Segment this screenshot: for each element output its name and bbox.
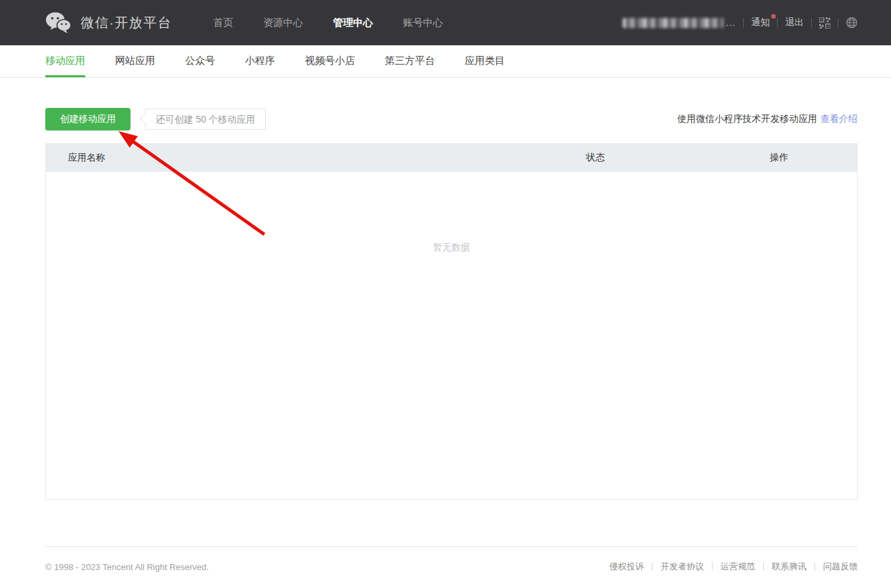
divider (777, 18, 778, 27)
account-name-blurred[interactable] (623, 18, 724, 28)
footer-link-feedback[interactable]: 问题反馈 (823, 561, 858, 573)
footer-link-infringement[interactable]: 侵权投诉 (609, 561, 644, 573)
table-body: 暂无数据 (45, 172, 858, 500)
main-nav: 首页 资源中心 管理中心 账号中心 (213, 17, 473, 29)
column-header-app-name: 应用名称 (45, 152, 586, 164)
brand-title: 微信·开放平台 (81, 14, 172, 32)
tab-channels-shop[interactable]: 视频号小店 (305, 45, 355, 77)
divider (712, 563, 713, 571)
footer-link-operation-rules[interactable]: 运营规范 (721, 561, 755, 573)
promo-text: 使用微信小程序技术开发移动应用查看介绍 (677, 113, 858, 125)
table-header-row: 应用名称 状态 操作 (45, 143, 858, 172)
column-header-action: 操作 (770, 152, 858, 164)
tab-app-category[interactable]: 应用类目 (465, 45, 505, 77)
account-name-ellipsis: ... (726, 17, 736, 28)
notification-dot (771, 14, 776, 19)
logout-link[interactable]: 退出 (785, 17, 804, 29)
nav-item-management[interactable]: 管理中心 (333, 17, 373, 29)
brand[interactable]: 微信·开放平台 (45, 11, 172, 34)
nav-item-account[interactable]: 账号中心 (403, 17, 443, 29)
toolbar: 创建移动应用 还可创建 50 个移动应用 使用微信小程序技术开发移动应用查看介绍 (45, 108, 858, 131)
nav-item-home[interactable]: 首页 (213, 17, 233, 29)
divider (838, 18, 838, 27)
notifications-link[interactable]: 通知 (751, 17, 770, 29)
quota-remaining-tip: 还可创建 50 个移动应用 (145, 109, 266, 130)
wechat-logo-icon (45, 11, 72, 34)
app-table: 应用名称 状态 操作 暂无数据 (45, 143, 858, 500)
globe-icon[interactable] (846, 17, 858, 29)
divider (763, 563, 764, 571)
divider (811, 18, 812, 27)
tab-mini-program[interactable]: 小程序 (245, 45, 275, 77)
page-footer: © 1998 - 2023 Tencent All Right Reserved… (45, 546, 858, 573)
divider (743, 18, 744, 27)
nav-item-resources[interactable]: 资源中心 (263, 17, 303, 29)
divider (814, 563, 815, 571)
qr-code-icon[interactable] (819, 17, 830, 29)
column-header-status: 状态 (586, 152, 770, 164)
tab-official-account[interactable]: 公众号 (185, 45, 215, 77)
main-content: 创建移动应用 还可创建 50 个移动应用 使用微信小程序技术开发移动应用查看介绍… (0, 108, 891, 500)
top-header: 微信·开放平台 首页 资源中心 管理中心 账号中心 ... 通知 退出 (0, 0, 891, 45)
create-mobile-app-button[interactable]: 创建移动应用 (45, 108, 131, 131)
empty-state-text: 暂无数据 (46, 242, 857, 254)
app-type-tabbar: 移动应用 网站应用 公众号 小程序 视频号小店 第三方平台 应用类目 (0, 45, 891, 78)
footer-link-contact-tencent[interactable]: 联系腾讯 (772, 561, 806, 573)
promo-text-label: 使用微信小程序技术开发移动应用 (677, 113, 817, 124)
copyright-text: © 1998 - 2023 Tencent All Right Reserved… (45, 562, 209, 572)
account-area: ... 通知 退出 (623, 17, 858, 29)
divider (652, 563, 653, 571)
notifications-label: 通知 (751, 17, 770, 27)
footer-links: 侵权投诉 开发者协议 运营规范 联系腾讯 问题反馈 (609, 561, 858, 573)
tab-mobile-app[interactable]: 移动应用 (45, 45, 85, 77)
view-intro-link[interactable]: 查看介绍 (820, 113, 858, 124)
footer-link-developer-agreement[interactable]: 开发者协议 (661, 561, 704, 573)
tab-website-app[interactable]: 网站应用 (115, 45, 155, 77)
tab-third-party-platform[interactable]: 第三方平台 (385, 45, 435, 77)
